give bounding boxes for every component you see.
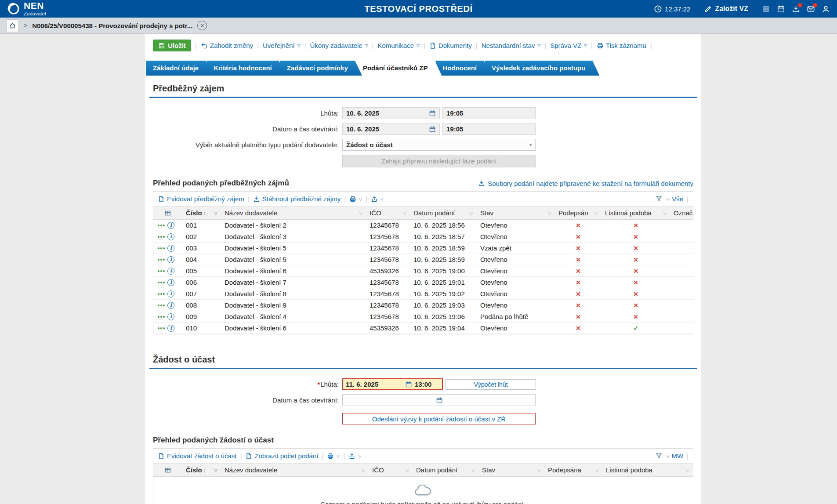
filter-icon[interactable]: ▽ [594,211,598,216]
column-header-podepsána[interactable]: Podepsána▽ [544,464,602,477]
lhuta-date-input[interactable]: 10. 6. 2025 [342,107,440,119]
tab-hodnoceni[interactable]: Hodnocení [435,61,491,76]
close-record-icon[interactable]: ✕ [197,21,207,30]
menu-ukony-zadavatele[interactable]: Úkony zadavatele▽ [310,42,368,49]
tab-podani-ucastniku-zp[interactable]: Podání účastníků ZP [356,61,442,76]
column-header-podepsán[interactable]: Podepsán▽ [555,207,601,220]
soubory-podani-link[interactable]: Soubory podání najdete připravené ke sta… [478,180,693,187]
evidovat-zadost-button[interactable]: Evidovat žádost o účast [158,452,236,460]
menu-komunikace[interactable]: Komunikace▽ [377,42,419,49]
user-profile-icon[interactable] [822,5,830,13]
row-menu-icon[interactable] [158,316,165,318]
column-settings-header[interactable] [153,207,182,220]
filter-icon[interactable]: ▽ [406,468,409,473]
filter-funnel-icon[interactable] [655,452,663,460]
table-row[interactable]: i010Dodavatel - školení 64535932610. 6. … [153,323,693,334]
table-row[interactable]: i009Dodavatel - školení 41234567810. 6. … [153,311,693,323]
evidovat-zajem-button[interactable]: Evidovat předběžný zájem [158,195,244,203]
menu-sprava-vz[interactable]: Správa VZ▽ [550,42,587,49]
column-header-číslo[interactable]: Číslo↑▽ [182,207,221,220]
export-grid-button[interactable]: ▽ [371,196,384,203]
row-menu-icon[interactable] [158,270,165,272]
table-row[interactable]: i003Dodavatel - školení 51234567810. 6. … [153,243,693,254]
column-header-název-dodavatele[interactable]: Název dodavatele▽ [221,207,366,220]
row-menu-icon[interactable] [158,282,165,283]
oteviranie-datetime-input[interactable] [342,394,536,406]
column-header-ičo[interactable]: IČO▽ [369,464,413,477]
print-grid-button[interactable]: ▽ [349,196,362,203]
column-header-datum-podání[interactable]: Datum podání▽ [410,207,477,220]
calendar-icon[interactable] [777,5,785,13]
nen-logo[interactable]: NEN Zadavatel [7,1,46,17]
hamburger-menu-icon[interactable] [762,5,770,13]
info-icon[interactable]: i [167,313,174,320]
info-icon[interactable]: i [167,245,174,252]
table-row[interactable]: i007Dodavatel - školení 81234567810. 6. … [153,288,693,300]
row-menu-icon[interactable] [158,305,165,306]
vypocet-lhut-button[interactable]: Výpočet lhůt [446,379,536,390]
column-header-název-dodavatele[interactable]: Název dodavatele▽ [221,464,369,477]
typ-podani-select[interactable]: Žádost o účast ▾ [342,139,536,151]
print-record-button[interactable]: Tisk záznamu [597,42,646,49]
row-menu-icon[interactable] [158,259,165,261]
info-icon[interactable]: i [167,325,174,332]
row-menu-icon[interactable] [158,236,165,238]
filter-funnel-icon[interactable] [655,195,663,203]
filter-icon[interactable]: ▽ [663,211,667,216]
table-row[interactable]: i004Dodavatel - školení 51234567810. 6. … [153,254,693,265]
create-vz-button[interactable]: Založit VZ [704,5,748,13]
info-icon[interactable]: i [167,222,174,229]
breadcrumb-record[interactable]: N006/25/V00005438 - Provozování prodejny… [32,22,192,29]
filter-icon[interactable]: ▽ [686,468,689,473]
filter-icon[interactable]: ▽ [362,468,365,473]
filter-icon[interactable]: ▽ [214,211,217,216]
filter-icon[interactable]: ▽ [470,211,473,216]
print-grid-button[interactable]: ▽ [327,453,340,460]
row-menu-icon[interactable] [158,293,165,295]
info-icon[interactable]: i [167,233,174,240]
info-icon[interactable]: i [167,279,174,286]
column-header-označe[interactable]: Označe [670,207,693,220]
menu-nestandardni-stav[interactable]: Nestandardní stav▽ [482,42,541,49]
column-header-stav[interactable]: Stav▽ [478,464,544,477]
info-icon[interactable]: i [167,256,174,263]
lhuta-time-input[interactable]: 19:05 [442,107,536,119]
table-row[interactable]: i005Dodavatel - školení 64535932610. 6. … [153,265,693,277]
calendar-icon[interactable] [405,381,412,388]
filter-icon[interactable]: ▽ [214,468,217,473]
odeslani-vyzvy-button[interactable]: Odeslání výzvy k podání žádostí o účast … [342,413,536,424]
column-header-ičo[interactable]: IČO▽ [366,207,410,220]
info-icon[interactable]: i [167,268,174,275]
tab-vysledek-zadavaciho-postupu[interactable]: Výsledek zadávacího postupu [485,61,599,76]
column-header-listinná-podoba[interactable]: Listinná podoba▽ [602,464,693,477]
table-row[interactable]: i001Dodavatel - školení 21234567810. 6. … [153,220,693,231]
row-menu-icon[interactable] [158,247,165,249]
info-icon[interactable]: i [167,290,174,297]
dokumenty-button[interactable]: Dokumenty [429,42,472,49]
column-header-stav[interactable]: Stav▽ [477,207,555,220]
filter-icon[interactable]: ▽ [359,211,362,216]
column-header-číslo[interactable]: Číslo↑▽ [182,464,221,477]
menu-uverejneni[interactable]: Uveřejnění▽ [263,42,300,49]
table-row[interactable]: i008Dodavatel - školení 91234567810. 6. … [153,300,693,311]
filter-icon[interactable]: ▽ [471,468,475,473]
export-grid-button[interactable]: ▽ [348,453,361,460]
filter-icon[interactable]: ▽ [548,211,551,216]
filter-preset-select[interactable]: ▽ Vše [666,195,683,203]
calendar-icon[interactable] [436,397,443,404]
filter-icon[interactable]: ▽ [537,468,541,473]
home-button[interactable] [6,19,19,32]
table-row[interactable]: i002Dodavatel - školení 31234567810. 6. … [153,231,693,243]
column-header-listinná-podoba[interactable]: Listinná podoba▽ [601,207,670,220]
column-header-datum-podání[interactable]: Datum podání▽ [413,464,478,477]
messages-icon[interactable] [807,5,815,13]
tab-zadavaci-podminky[interactable]: Zadávací podmínky [280,61,362,76]
save-button[interactable]: Uložit [153,40,191,51]
tab-kriteria-hodnoceni[interactable]: Kritéria hodnocení [207,61,286,76]
oteviranie-date-input[interactable]: 10. 6. 2025 [342,123,440,135]
zobrazit-pocet-button[interactable]: Zobrazit počet podání [245,452,318,460]
row-menu-icon[interactable] [158,327,165,329]
tab-zakladni-udaje[interactable]: Základní údaje [146,61,213,76]
info-icon[interactable]: i [167,302,174,309]
calendar-icon[interactable] [429,126,436,133]
